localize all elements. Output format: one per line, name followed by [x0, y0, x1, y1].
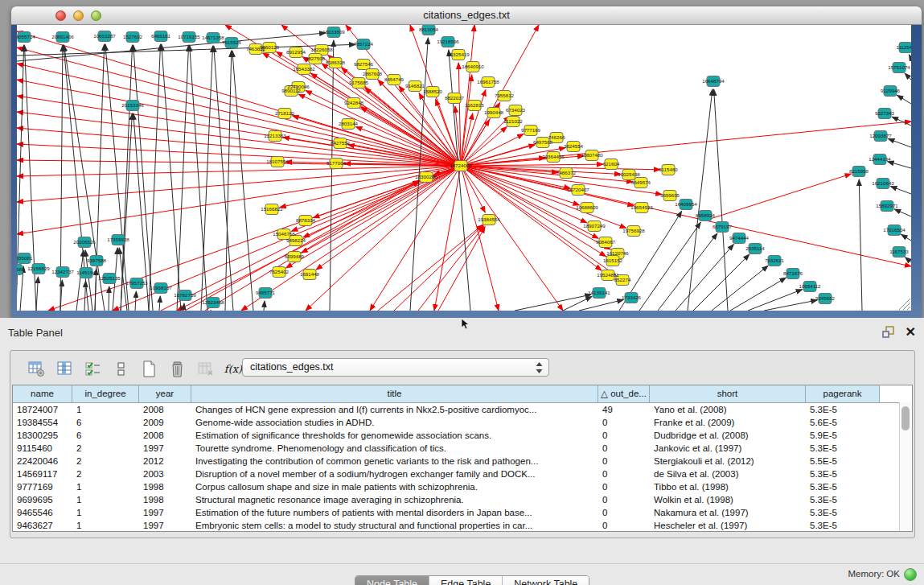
resize-grip-icon[interactable]	[899, 299, 910, 310]
table-cell[interactable]: 2008	[139, 403, 191, 416]
table-row[interactable]: 969969511998Structural magnetic resonanc…	[13, 493, 912, 506]
table-cell[interactable]: 5.6E-5	[806, 416, 880, 429]
column-header-short[interactable]: short	[650, 385, 806, 402]
table-cell[interactable]: 2008	[139, 429, 191, 442]
column-header-pagerank[interactable]: pagerank	[806, 385, 880, 402]
table-cell[interactable]: 2	[72, 442, 139, 455]
table-cell[interactable]: Estimation of the future numbers of pati…	[191, 506, 598, 519]
table-cell[interactable]: 5.3E-5	[806, 403, 880, 416]
table-cell[interactable]: 5.3E-5	[806, 519, 880, 532]
table-cell[interactable]: 9115460	[13, 442, 72, 455]
table-cell[interactable]: Structural magnetic resonance image aver…	[191, 493, 598, 506]
table-cell[interactable]: 1	[72, 506, 139, 519]
select-columns-icon[interactable]	[55, 359, 74, 378]
table-row[interactable]: 946362711997Embryonic stem cells: a mode…	[13, 519, 912, 532]
table-cell[interactable]: 9465546	[13, 506, 72, 519]
table-cell[interactable]: 2	[72, 455, 139, 468]
table-cell[interactable]: 2	[72, 468, 139, 480]
table-cell[interactable]: 9777169	[13, 480, 72, 493]
network-canvas[interactable]: 1872400718300295193845541532541918640910…	[17, 25, 911, 311]
table-cell[interactable]: Yano et al. (2008)	[650, 403, 806, 416]
table-cell[interactable]: 0	[598, 416, 650, 429]
table-cell[interactable]: Jankovic et al. (1997)	[650, 442, 806, 455]
table-cell[interactable]: 5.3E-5	[806, 493, 880, 506]
table-row[interactable]: 1830029562008Estimation of significance …	[13, 429, 912, 442]
table-row[interactable]: 1456911722003Disruption of a novel membe…	[13, 468, 912, 480]
table-cell[interactable]: 18300295	[13, 429, 72, 442]
table-cell[interactable]: 0	[598, 442, 650, 455]
table-cell[interactable]: 6	[72, 429, 139, 442]
table-cell[interactable]: 2003	[139, 468, 191, 480]
table-cell[interactable]: Disruption of a novel member of a sodium…	[191, 468, 598, 480]
table-cell[interactable]: 5.3E-5	[806, 506, 880, 519]
column-header-year[interactable]: year	[139, 385, 191, 402]
table-cell[interactable]: 5.9E-5	[806, 429, 880, 442]
table-cell[interactable]: Franke et al. (2009)	[650, 416, 806, 429]
table-cell[interactable]: 14569117	[13, 468, 72, 480]
table-cell[interactable]: 0	[598, 429, 650, 442]
table-select-dropdown[interactable]: citations_edges.txt	[242, 358, 549, 377]
table-cell[interactable]: 49	[598, 403, 650, 416]
table-cell[interactable]: Stergiakouli et al. (2012)	[650, 455, 806, 468]
table-cell[interactable]: 6	[72, 416, 139, 429]
table-cell[interactable]: 0	[598, 480, 650, 493]
select-rows-icon[interactable]	[83, 359, 102, 378]
table-cell[interactable]: 22420046	[13, 455, 72, 468]
table-cell[interactable]: 5.3E-5	[806, 480, 880, 493]
table-cell[interactable]: Tourette syndrome. Phenomenology and cla…	[191, 442, 598, 455]
table-scrollbar[interactable]	[899, 402, 912, 531]
table-cell[interactable]: Tibbo et al. (1998)	[650, 480, 806, 493]
table-settings-icon[interactable]	[27, 359, 46, 378]
table-row[interactable]: 2242004622012Investigating the contribut…	[13, 455, 912, 468]
table-cell[interactable]: Hescheler et al. (1997)	[650, 519, 806, 532]
float-panel-icon[interactable]	[881, 325, 896, 340]
table-cell[interactable]: 1998	[139, 493, 191, 506]
table-cell[interactable]: 0	[598, 455, 650, 468]
new-table-icon[interactable]	[139, 359, 158, 378]
table-row[interactable]: 1872400712008Changes of HCN gene express…	[13, 403, 912, 416]
table-cell[interactable]: 5.3E-5	[806, 442, 880, 455]
table-cell[interactable]: 0	[598, 468, 650, 480]
table-cell[interactable]: 0	[598, 493, 650, 506]
table-cell[interactable]: 9463627	[13, 519, 72, 532]
table-cell[interactable]: 1997	[139, 442, 191, 455]
table-cell[interactable]: Nakamura et al. (1997)	[650, 506, 806, 519]
table-cell[interactable]: 1	[72, 519, 139, 532]
table-cell[interactable]: 9699695	[13, 493, 72, 506]
table-cell[interactable]: Changes of HCN gene expression and I(f) …	[191, 403, 598, 416]
table-row[interactable]: 1938455462009Genome-wide association stu…	[13, 416, 912, 429]
table-cell[interactable]: Wolkin et al. (1998)	[650, 493, 806, 506]
table-cell[interactable]: 1	[72, 493, 139, 506]
close-panel-icon[interactable]: ✕	[906, 326, 916, 339]
table-cell[interactable]: Estimation of significance thresholds fo…	[191, 429, 598, 442]
table-cell[interactable]: 1997	[139, 506, 191, 519]
table-cell[interactable]: 1998	[139, 480, 191, 493]
table-cell[interactable]: Dudbridge et al. (2008)	[650, 429, 806, 442]
table-cell[interactable]: de Silva et al. (2003)	[650, 468, 806, 480]
table-cell[interactable]: 2012	[139, 455, 191, 468]
column-header-title[interactable]: title	[191, 385, 598, 402]
column-header-name[interactable]: name	[13, 385, 72, 402]
table-scrollbar-thumb[interactable]	[901, 406, 910, 431]
column-header-in_degree[interactable]: in_degree	[72, 385, 139, 402]
table-cell[interactable]: Investigating the contribution of common…	[191, 455, 598, 468]
table-cell[interactable]: 19384554	[13, 416, 72, 429]
table-cell[interactable]: 0	[598, 506, 650, 519]
table-cell[interactable]: Embryonic stem cells: a model to study s…	[191, 519, 598, 532]
table-cell[interactable]: 1	[72, 403, 139, 416]
table-cell[interactable]: 1997	[139, 519, 191, 532]
import-table-disabled-icon[interactable]	[195, 359, 215, 378]
table-cell[interactable]: Genome-wide association studies in ADHD.	[191, 416, 598, 429]
function-builder-icon[interactable]: f(x)	[224, 359, 243, 378]
table-cell[interactable]: Corpus callosum shape and size in male p…	[191, 480, 598, 493]
table-row[interactable]: 977716911998Corpus callosum shape and si…	[13, 480, 912, 493]
table-cell[interactable]: 1	[72, 480, 139, 493]
table-row[interactable]: 911546021997Tourette syndrome. Phenomeno…	[13, 442, 912, 455]
table-row[interactable]: 946554611997Estimation of the future num…	[13, 506, 912, 519]
column-header-out_de[interactable]: △ out_de...	[598, 385, 650, 402]
table-cell[interactable]: 5.5E-5	[806, 455, 880, 468]
table-cell[interactable]: 18724007	[13, 403, 72, 416]
delete-table-icon[interactable]	[167, 359, 187, 378]
table-cell[interactable]: 2009	[139, 416, 191, 429]
table-cell[interactable]: 0	[598, 519, 650, 532]
